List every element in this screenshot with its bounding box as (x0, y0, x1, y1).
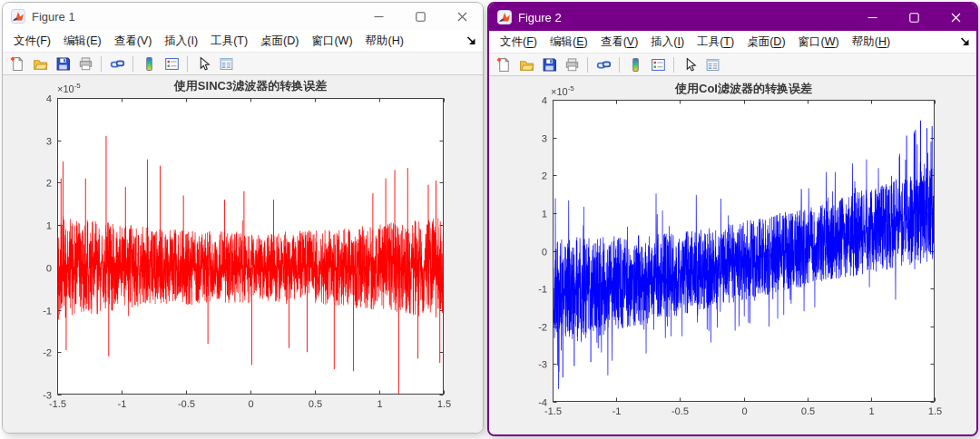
new-figure-icon (496, 57, 512, 73)
figure2-plot-canvas (489, 76, 976, 434)
matlab-logo-icon (497, 10, 512, 24)
edit-plot-icon (682, 57, 698, 73)
print-figure-icon (78, 56, 93, 72)
figure1-plot-canvas (3, 75, 483, 433)
window-controls (851, 4, 976, 31)
close-button[interactable] (935, 4, 976, 31)
edit-plot-button[interactable] (680, 55, 700, 74)
toolbar-separator (101, 56, 102, 72)
new-figure-button[interactable] (7, 54, 27, 73)
menu-item-e[interactable]: 编辑(E) (57, 34, 108, 49)
menu-item-v[interactable]: 查看(V) (594, 34, 645, 50)
menu-overflow-arrow-icon[interactable] (466, 34, 477, 46)
save-figure-button[interactable] (53, 54, 73, 73)
toolbar-separator (587, 57, 588, 73)
insert-colorbar-button[interactable] (625, 55, 645, 74)
link-plot-icon (596, 57, 612, 73)
figure2-titlebar[interactable]: Figure 2 (489, 4, 976, 31)
menu-item-v[interactable]: 查看(V) (108, 34, 159, 49)
figure2-window: Figure 2 文件(F)编辑(E)查看(V)插入(I)工具(T)桌面(D)窗… (487, 2, 978, 436)
property-inspector-button[interactable] (702, 55, 722, 74)
print-figure-button[interactable] (75, 54, 95, 73)
figure1-plot-area: 使用SINC3滤波器的转换误差 ×10-5 (3, 75, 483, 433)
property-inspector-icon (705, 57, 720, 73)
window-controls (358, 3, 483, 30)
y-axis-exponent-label: ×10-5 (57, 82, 81, 94)
insert-colorbar-icon (142, 56, 157, 72)
minimize-button[interactable] (851, 4, 893, 31)
print-figure-button[interactable] (562, 55, 582, 74)
figure2-toolbar (489, 54, 976, 76)
insert-legend-button[interactable] (162, 54, 181, 73)
open-file-button[interactable] (516, 55, 536, 74)
figure2-plot-area: 使用CoI滤波器的转换误差 ×10-5 (489, 76, 976, 434)
menu-overflow-arrow-icon[interactable] (959, 35, 971, 47)
edit-plot-icon (196, 56, 211, 72)
new-figure-button[interactable] (494, 55, 514, 74)
figure1-menubar: 文件(F)编辑(E)查看(V)插入(I)工具(T)桌面(D)窗口(W)帮助(H) (3, 30, 483, 53)
edit-plot-button[interactable] (193, 54, 213, 73)
figure1-toolbar (3, 53, 483, 75)
menu-item-e[interactable]: 编辑(E) (544, 34, 594, 50)
menu-item-d[interactable]: 桌面(D) (254, 34, 305, 49)
maximize-button[interactable] (399, 3, 441, 30)
close-button[interactable] (441, 3, 483, 30)
insert-legend-button[interactable] (648, 55, 668, 74)
menu-item-d[interactable]: 桌面(D) (740, 34, 791, 50)
property-inspector-button[interactable] (216, 54, 236, 73)
link-plot-button[interactable] (107, 54, 127, 73)
save-figure-button[interactable] (539, 55, 559, 74)
insert-colorbar-button[interactable] (139, 54, 159, 73)
toolbar-separator (673, 57, 674, 73)
menu-item-t[interactable]: 工具(T) (691, 34, 740, 50)
property-inspector-icon (219, 56, 234, 72)
plot-title: 使用SINC3滤波器的转换误差 (57, 78, 444, 94)
menu-item-i[interactable]: 插入(I) (644, 34, 691, 50)
window-title: Figure 2 (518, 11, 562, 24)
toolbar-separator (619, 57, 620, 73)
menu-item-f[interactable]: 文件(F) (494, 34, 544, 50)
matlab-logo-icon (11, 9, 25, 24)
menu-item-h[interactable]: 帮助(H) (846, 34, 897, 50)
link-plot-icon (110, 56, 125, 72)
insert-legend-icon (164, 56, 180, 72)
figure2-menubar: 文件(F)编辑(E)查看(V)插入(I)工具(T)桌面(D)窗口(W)帮助(H) (489, 31, 976, 54)
toolbar-separator (187, 56, 188, 72)
toolbar-separator (132, 56, 133, 72)
new-figure-icon (10, 56, 25, 72)
menu-item-t[interactable]: 工具(T) (204, 34, 254, 49)
plot-title: 使用CoI滤波器的转换误差 (553, 81, 935, 97)
link-plot-button[interactable] (593, 55, 613, 74)
minimize-button[interactable] (358, 3, 399, 30)
figure1-window: Figure 1 文件(F)编辑(E)查看(V)插入(I)工具(T)桌面(D)窗… (2, 2, 484, 434)
open-file-icon (519, 57, 534, 73)
open-file-icon (33, 56, 48, 72)
menu-item-w[interactable]: 窗口(W) (305, 34, 358, 49)
insert-colorbar-icon (628, 57, 643, 73)
menu-item-h[interactable]: 帮助(H) (359, 34, 410, 49)
menu-item-f[interactable]: 文件(F) (7, 34, 57, 49)
figure1-titlebar[interactable]: Figure 1 (3, 3, 483, 30)
insert-legend-icon (651, 57, 666, 73)
print-figure-icon (564, 57, 580, 73)
y-axis-exponent-label: ×10-5 (551, 84, 574, 97)
save-figure-icon (55, 56, 71, 72)
open-file-button[interactable] (30, 54, 50, 73)
menu-item-w[interactable]: 窗口(W) (792, 34, 846, 50)
menu-item-i[interactable]: 插入(I) (158, 34, 204, 49)
window-title: Figure 1 (32, 10, 75, 24)
save-figure-icon (542, 57, 557, 73)
maximize-button[interactable] (893, 4, 935, 31)
